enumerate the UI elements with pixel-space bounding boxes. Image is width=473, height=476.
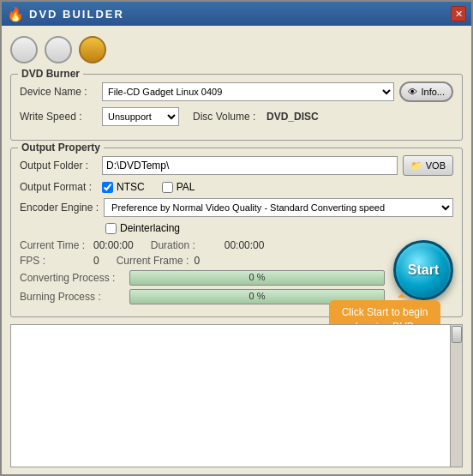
output-format-label: Output Format : <box>20 181 97 193</box>
output-folder-label: Output Folder : <box>20 160 97 172</box>
scrollbar-track[interactable] <box>450 325 462 467</box>
window-title: DVD BUILDER <box>29 8 124 21</box>
current-time-item: Current Time : 00:00:00 <box>20 239 134 251</box>
toolbar <box>10 33 463 67</box>
converting-row: Converting Process : 0 % <box>20 270 385 286</box>
device-name-label: Device Name : <box>20 86 97 98</box>
deinterlacing-text: Deinterlacing <box>120 222 180 234</box>
deinterlace-row: Deinterlacing <box>20 222 453 234</box>
progress-start-area: Converting Process : 0 % Burning Process… <box>20 270 453 308</box>
log-area <box>10 324 463 467</box>
write-speed-label: Write Speed : <box>20 111 97 123</box>
output-format-row: Output Format : NTSC PAL <box>20 181 453 193</box>
current-time-label: Current Time : <box>20 239 88 251</box>
write-speed-row: Write Speed : Unsupport Disc Volume : DV… <box>20 107 453 126</box>
converting-progress-bar: 0 % <box>129 270 385 286</box>
close-button[interactable]: ✕ <box>451 6 466 21</box>
ntsc-checkbox[interactable] <box>102 182 113 193</box>
toolbar-btn-3[interactable] <box>79 36 106 63</box>
output-property-label: Output Property <box>18 142 104 154</box>
disc-volume-label: Disc Volume : <box>193 111 261 123</box>
deinterlacing-label[interactable]: Deinterlacing <box>105 222 180 234</box>
deinterlacing-checkbox[interactable] <box>105 223 117 234</box>
current-frame-value: 0 <box>194 255 200 267</box>
main-window: 🔥 DVD BUILDER ✕ DVD Burner Device Name :… <box>0 0 473 476</box>
toolbar-btn-1[interactable] <box>10 36 38 63</box>
ntsc-label: NTSC <box>117 181 145 193</box>
encoder-label: Encoder Engine : <box>20 202 99 214</box>
fps-item: FPS : 0 <box>20 255 99 267</box>
converting-label: Converting Process : <box>20 272 123 284</box>
vob-button[interactable]: 📁 VOB <box>403 155 453 176</box>
ntsc-checkbox-label[interactable]: NTSC <box>102 181 145 193</box>
eye-icon: 👁 <box>408 87 417 97</box>
device-name-select[interactable]: File-CD Gadget Linux 0409 <box>102 82 394 101</box>
info-button[interactable]: 👁 Info... <box>399 81 453 102</box>
scrollbar-thumb[interactable] <box>452 326 462 343</box>
duration-label: Duration : <box>151 239 219 251</box>
pal-checkbox[interactable] <box>162 182 173 193</box>
output-folder-input[interactable] <box>102 156 398 175</box>
app-icon: 🔥 <box>7 6 24 22</box>
encoder-row: Encoder Engine : Preference by Normal Vi… <box>20 198 453 217</box>
write-speed-select[interactable]: Unsupport <box>102 107 179 126</box>
stats-row-1: Current Time : 00:00:00 Duration : 00:00… <box>20 239 453 251</box>
dvd-burner-label: DVD Burner <box>18 68 83 80</box>
fps-value: 0 <box>93 255 99 267</box>
device-name-row: Device Name : File-CD Gadget Linux 0409 … <box>20 81 453 102</box>
current-time-value: 00:00:00 <box>93 239 134 251</box>
start-column: Start Click Start to begin burning DVD <box>385 270 453 308</box>
pal-label: PAL <box>177 181 195 193</box>
output-folder-row: Output Folder : 📁 VOB <box>20 155 453 176</box>
dvd-burner-group: DVD Burner Device Name : File-CD Gadget … <box>10 74 463 141</box>
current-frame-label: Current Frame : <box>117 255 189 267</box>
disc-volume-value: DVD_DISC <box>266 111 319 123</box>
duration-item: Duration : 00:00:00 <box>151 239 265 251</box>
start-button[interactable]: Start <box>393 240 453 300</box>
encoder-select[interactable]: Preference by Normal Video Quality - Sta… <box>104 198 453 217</box>
duration-value: 00:00:00 <box>225 239 265 251</box>
fps-label: FPS : <box>20 255 88 267</box>
current-frame-item: Current Frame : 0 <box>117 255 200 267</box>
stats-row-2: FPS : 0 Current Frame : 0 <box>20 255 453 267</box>
pal-checkbox-label[interactable]: PAL <box>162 181 195 193</box>
titlebar: 🔥 DVD BUILDER ✕ <box>2 2 471 26</box>
output-property-group: Output Property Output Folder : 📁 VOB Ou… <box>10 148 463 317</box>
folder-icon: 📁 <box>410 160 422 172</box>
converting-percent: 0 % <box>130 272 384 282</box>
stats-section: Current Time : 00:00:00 Duration : 00:00… <box>20 236 453 270</box>
burning-label: Burning Process : <box>20 291 123 303</box>
toolbar-btn-2[interactable] <box>45 36 72 63</box>
